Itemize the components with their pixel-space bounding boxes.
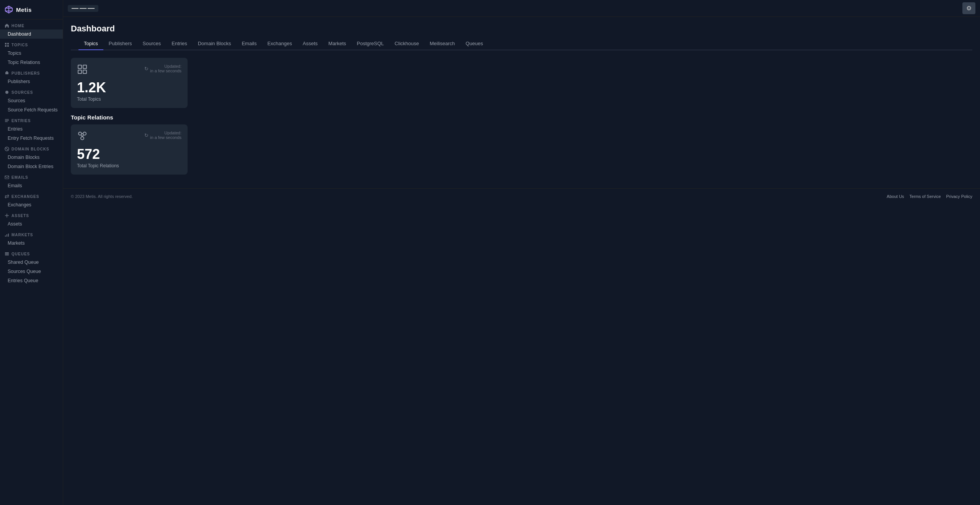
topbar: ⚙: [63, 0, 980, 17]
svg-rect-17: [5, 176, 9, 179]
sources-section-icon: [5, 90, 9, 95]
dashboard-body: ↻ Updated: in a few seconds 1.2K Total T…: [63, 50, 980, 188]
app-logo[interactable]: Metis: [0, 0, 63, 20]
queues-section-icon: [5, 252, 9, 256]
svg-point-31: [83, 132, 86, 135]
topic-relations-card: ↻ Updated: in a few seconds 572 Total To…: [71, 124, 188, 175]
svg-rect-25: [5, 255, 9, 255]
topbar-right: ⚙: [962, 2, 975, 14]
tab-sources[interactable]: Sources: [137, 38, 167, 50]
topic-relations-card-icon: [77, 131, 88, 143]
sidebar-item-topic-relations[interactable]: Topic Relations: [0, 58, 63, 67]
assets-section-icon: [5, 213, 9, 218]
topics-section-icon: [5, 42, 9, 47]
sidebar-item-dashboard[interactable]: Dashboard: [0, 29, 63, 39]
sidebar-item-sources-queue[interactable]: Sources Queue: [0, 267, 63, 276]
sidebar-item-entries[interactable]: Entries: [0, 124, 63, 134]
footer-link-about-us[interactable]: About Us: [887, 194, 904, 199]
topbar-left: [68, 5, 98, 12]
sidebar-item-domain-blocks[interactable]: Domain Blocks: [0, 153, 63, 162]
entries-section-icon: [5, 118, 9, 123]
topics-card: ↻ Updated: in a few seconds 1.2K Total T…: [71, 58, 188, 108]
tab-postgresql[interactable]: PostgreSQL: [351, 38, 389, 50]
topics-card-meta: ↻ Updated: in a few seconds: [144, 64, 181, 73]
refresh-icon-2[interactable]: ↻: [144, 132, 149, 138]
sidebar-section-assets: ASSETS: [0, 209, 63, 219]
page-title: Dashboard: [71, 24, 972, 34]
svg-rect-27: [83, 65, 87, 69]
topics-card-icon: [77, 64, 88, 77]
settings-button[interactable]: ⚙: [962, 2, 975, 14]
sidebar-item-topics[interactable]: Topics: [0, 49, 63, 58]
svg-rect-22: [8, 234, 9, 237]
footer: © 2023 Metis. All rights reserved. About…: [63, 188, 980, 204]
sidebar-item-source-fetch-requests[interactable]: Source Fetch Requests: [0, 105, 63, 114]
sidebar-item-domain-block-entries[interactable]: Domain Block Entries: [0, 162, 63, 171]
sidebar-item-exchanges[interactable]: Exchanges: [0, 200, 63, 209]
svg-rect-6: [5, 45, 7, 47]
sidebar: Metis HOME Dashboard TOPICS Topics Topic…: [0, 0, 63, 505]
svg-rect-23: [5, 252, 9, 253]
sidebar-item-entry-fetch-requests[interactable]: Entry Fetch Requests: [0, 134, 63, 143]
sidebar-section-queues: QUEUES: [0, 248, 63, 258]
svg-rect-28: [78, 70, 82, 74]
tab-entries[interactable]: Entries: [166, 38, 192, 50]
tab-domain-blocks[interactable]: Domain Blocks: [193, 38, 237, 50]
topic-relations-card-meta: ↻ Updated: in a few seconds: [144, 131, 181, 140]
svg-point-11: [6, 92, 8, 93]
tab-exchanges[interactable]: Exchanges: [262, 38, 297, 50]
tab-meilisearch[interactable]: Meilisearch: [424, 38, 460, 50]
footer-links: About Us Terms of Service Privacy Policy: [887, 194, 972, 199]
svg-rect-20: [5, 235, 6, 237]
svg-rect-7: [7, 45, 9, 47]
markets-section-icon: [5, 232, 9, 237]
svg-rect-26: [78, 65, 82, 69]
metis-logo-icon: [5, 5, 13, 14]
svg-rect-29: [83, 70, 87, 74]
topics-card-value: 1.2K: [77, 80, 181, 96]
svg-rect-5: [7, 43, 9, 44]
sidebar-item-emails[interactable]: Emails: [0, 181, 63, 190]
svg-rect-21: [7, 234, 7, 237]
sidebar-item-assets[interactable]: Assets: [0, 219, 63, 229]
sidebar-item-markets[interactable]: Markets: [0, 239, 63, 248]
topic-relations-section-title: Topic Relations: [71, 114, 972, 121]
topics-card-label: Total Topics: [77, 96, 181, 102]
sidebar-item-sources[interactable]: Sources: [0, 96, 63, 105]
topic-relations-card-header: ↻ Updated: in a few seconds: [77, 131, 181, 143]
hamburger-button[interactable]: [68, 5, 98, 12]
sidebar-item-shared-queue[interactable]: Shared Queue: [0, 258, 63, 267]
emails-section-icon: [5, 175, 9, 180]
svg-rect-9: [6, 71, 8, 72]
content-area: Dashboard Topics Publishers Sources Entr…: [63, 17, 980, 505]
tab-topics[interactable]: Topics: [78, 38, 103, 50]
tab-emails[interactable]: Emails: [236, 38, 262, 50]
sidebar-section-markets: MARKETS: [0, 229, 63, 239]
sidebar-section-topics: TOPICS: [0, 39, 63, 49]
footer-link-privacy[interactable]: Privacy Policy: [946, 194, 972, 199]
svg-point-32: [81, 137, 84, 140]
footer-copyright: © 2023 Metis. All rights reserved.: [71, 194, 133, 199]
svg-line-16: [5, 147, 8, 150]
home-section-icon: [5, 23, 9, 28]
footer-link-terms[interactable]: Terms of Service: [910, 194, 941, 199]
hamburger-line-2: [80, 8, 87, 9]
svg-point-30: [78, 132, 82, 135]
sidebar-section-domain-blocks: DOMAIN BLOCKS: [0, 143, 63, 153]
refresh-icon[interactable]: ↻: [144, 66, 149, 72]
sidebar-section-sources: SOURCES: [0, 86, 63, 96]
topic-relations-card-label: Total Topic Relations: [77, 163, 181, 168]
topic-relations-card-value: 572: [77, 146, 181, 162]
tab-publishers[interactable]: Publishers: [103, 38, 137, 50]
main-area: ⚙ Dashboard Topics Publishers Sources En…: [63, 0, 980, 505]
sidebar-section-entries: ENTRIES: [0, 114, 63, 124]
tab-markets[interactable]: Markets: [323, 38, 351, 50]
domain-blocks-section-icon: [5, 147, 9, 151]
tab-queues[interactable]: Queues: [460, 38, 488, 50]
sidebar-item-entries-queue[interactable]: Entries Queue: [0, 276, 63, 285]
sidebar-item-publishers[interactable]: Publishers: [0, 77, 63, 86]
tab-clickhouse[interactable]: Clickhouse: [389, 38, 425, 50]
tab-assets[interactable]: Assets: [297, 38, 323, 50]
app-name: Metis: [16, 7, 32, 13]
svg-rect-4: [5, 43, 7, 44]
